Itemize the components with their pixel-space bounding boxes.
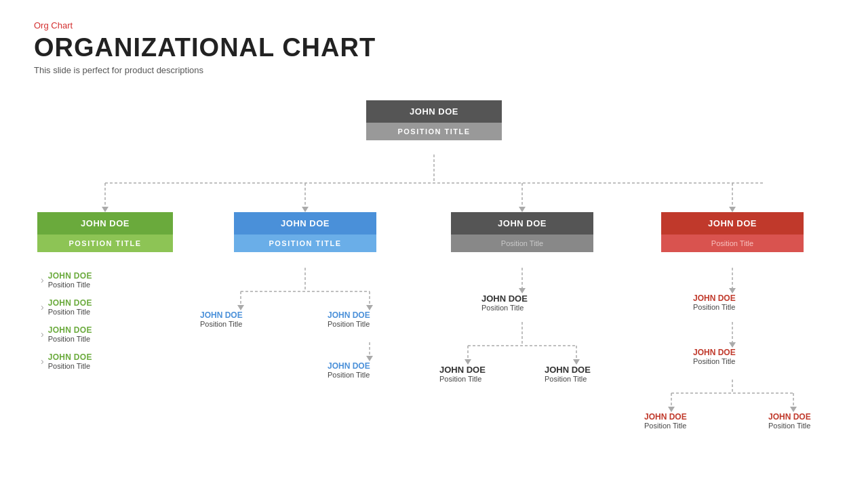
svg-marker-24: [465, 359, 471, 365]
col3-node: JOHN DOE Position Title: [451, 212, 593, 252]
col3-child-left: JOHN DOE Position Title: [439, 365, 486, 383]
svg-marker-14: [237, 305, 244, 310]
svg-marker-17: [366, 356, 373, 361]
col4-child-right: JOHN DOE Position Title: [768, 412, 811, 430]
col3-child1: JOHN DOE Position Title: [481, 293, 528, 312]
col4-position: Position Title: [661, 235, 804, 252]
col3-child-right: JOHN DOE Position Title: [545, 365, 591, 383]
svg-marker-6: [102, 207, 108, 212]
col4-name: JOHN DOE: [661, 212, 804, 235]
col3-name: JOHN DOE: [451, 212, 593, 235]
col1-child-1: › JOHN DOE Position Title: [41, 271, 92, 289]
col2-child-right: JOHN DOE Position Title: [328, 310, 370, 328]
main-title: ORGANIZATIONAL CHART: [34, 33, 834, 62]
col1-child-4: › JOHN DOE Position Title: [41, 352, 92, 370]
col4-child-left: JOHN DOE Position Title: [644, 412, 687, 430]
slide: Org Chart ORGANIZATIONAL CHART This slid…: [0, 0, 868, 488]
svg-marker-27: [729, 288, 736, 293]
col1-child-3: › JOHN DOE Position Title: [41, 325, 92, 343]
col3-position: Position Title: [451, 235, 593, 252]
svg-marker-8: [519, 207, 526, 212]
root-position: POSITION TITLE: [366, 123, 502, 140]
root-name: JOHN DOE: [366, 100, 502, 123]
col1-children: › JOHN DOE Position Title › JOHN DOE Pos…: [41, 271, 92, 380]
subtitle: This slide is perfect for product descri…: [34, 65, 834, 75]
col4-child2: JOHN DOE Position Title: [693, 348, 736, 365]
svg-marker-9: [729, 207, 736, 212]
col2-node: JOHN DOE POSITION TITLE: [234, 212, 376, 252]
org-label: Org Chart: [34, 20, 834, 30]
col1-position: POSITION TITLE: [37, 235, 173, 252]
col2-position: POSITION TITLE: [234, 235, 376, 252]
col1-name: JOHN DOE: [37, 212, 173, 235]
root-node: JOHN DOE POSITION TITLE: [366, 100, 502, 140]
col4-child1: JOHN DOE Position Title: [693, 293, 736, 311]
col1-child-2: › JOHN DOE Position Title: [41, 298, 92, 316]
svg-marker-19: [519, 288, 526, 293]
svg-marker-15: [366, 305, 373, 310]
col2-name: JOHN DOE: [234, 212, 376, 235]
col1-node: JOHN DOE POSITION TITLE: [37, 212, 173, 252]
col2-child-left: JOHN DOE Position Title: [200, 310, 243, 328]
svg-marker-29: [729, 342, 736, 348]
col2-subchild: JOHN DOE Position Title: [328, 361, 370, 379]
svg-marker-25: [573, 359, 580, 365]
svg-marker-35: [790, 407, 797, 412]
header: Org Chart ORGANIZATIONAL CHART This slid…: [34, 20, 834, 75]
svg-marker-34: [668, 407, 675, 412]
svg-marker-7: [302, 207, 309, 212]
col4-node: JOHN DOE Position Title: [661, 212, 804, 252]
